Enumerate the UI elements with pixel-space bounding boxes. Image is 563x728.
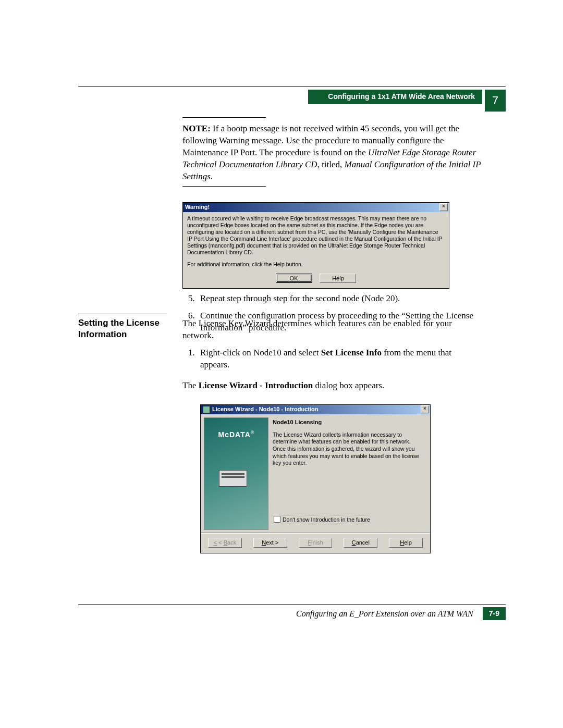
next-button[interactable]: Next > bbox=[253, 538, 287, 548]
brand-text: McDATA bbox=[218, 430, 251, 438]
wizard-titlebar: License Wizard - Node10 - Introduction × bbox=[201, 405, 430, 414]
wizard-app-icon bbox=[203, 406, 210, 413]
wizard-title: License Wizard - Node10 - Introduction bbox=[212, 406, 318, 412]
note-tail: . bbox=[211, 171, 213, 181]
step1-bold: Set License Info bbox=[321, 348, 382, 357]
close-icon[interactable]: × bbox=[421, 405, 429, 413]
chapter-number-tab: 7 bbox=[485, 90, 506, 112]
step-5: Repeat step through step for the second … bbox=[197, 293, 482, 305]
footer-rule bbox=[78, 604, 506, 605]
close-icon[interactable]: × bbox=[439, 203, 448, 211]
footer-running-title: Configuring an E_Port Extension over an … bbox=[296, 608, 473, 620]
note-bottom-rule bbox=[182, 186, 266, 187]
cancel-button[interactable]: Cancel bbox=[344, 538, 377, 548]
note-paragraph: NOTE: If a bootp message is not received… bbox=[182, 123, 482, 183]
section-header-bar: Configuring a 1x1 ATM Wide Area Network bbox=[308, 90, 482, 104]
note-label: NOTE: bbox=[182, 124, 211, 133]
wizard-side-panel: McDATA® bbox=[204, 417, 268, 530]
dont-show-checkbox-row[interactable]: Don't show Introduction in the future bbox=[273, 515, 371, 524]
brand-logo: McDATA® bbox=[204, 429, 268, 440]
note-mid: , titled, bbox=[317, 159, 345, 169]
license-wizard-dialog: License Wizard - Node10 - Introduction ×… bbox=[200, 404, 431, 553]
finish-button: Finish bbox=[299, 538, 333, 548]
section-step-1: Right-click on Node10 and select Set Lic… bbox=[197, 347, 482, 371]
dont-show-label: Don't show Introduction in the future bbox=[283, 516, 370, 523]
note-top-rule bbox=[182, 117, 266, 118]
footer-page-number: 7-9 bbox=[483, 607, 506, 620]
step1-before: Right-click on Node10 and select bbox=[200, 348, 321, 357]
device-icon bbox=[219, 470, 247, 487]
section-heading-rule bbox=[78, 314, 167, 314]
step1-result-bold: License Wizard - Introduction bbox=[199, 380, 313, 390]
warning-title: Warning! bbox=[185, 203, 210, 211]
back-button: < < Back< Back bbox=[208, 538, 242, 548]
warning-dialog: Warning! × A timeout occured while waiti… bbox=[182, 202, 449, 289]
checkbox-icon[interactable] bbox=[274, 516, 280, 523]
wizard-right-title: Node10 Licensing bbox=[273, 418, 427, 426]
warning-titlebar: Warning! × bbox=[183, 203, 449, 212]
ok-button[interactable]: OK bbox=[276, 274, 312, 283]
step1-result: The License Wizard - Introduction dialog… bbox=[182, 380, 482, 392]
help-button[interactable]: Help bbox=[320, 274, 356, 283]
step1-result-before: The bbox=[182, 380, 199, 390]
section-intro: The License Key Wizard determines which … bbox=[182, 318, 482, 342]
top-horizontal-rule bbox=[78, 86, 506, 87]
warning-body-text-2: For additional information, click the He… bbox=[187, 261, 445, 268]
section-heading: Setting the License Information bbox=[78, 317, 167, 340]
wizard-right-text: The License Wizard collects information … bbox=[273, 431, 427, 467]
step1-result-after: dialog box appears. bbox=[313, 380, 384, 390]
warning-body-text: A timeout occured while waiting to recei… bbox=[187, 215, 445, 256]
help-button[interactable]: Help bbox=[389, 538, 423, 548]
section-steps: Right-click on Node10 and select Set Lic… bbox=[182, 347, 482, 371]
